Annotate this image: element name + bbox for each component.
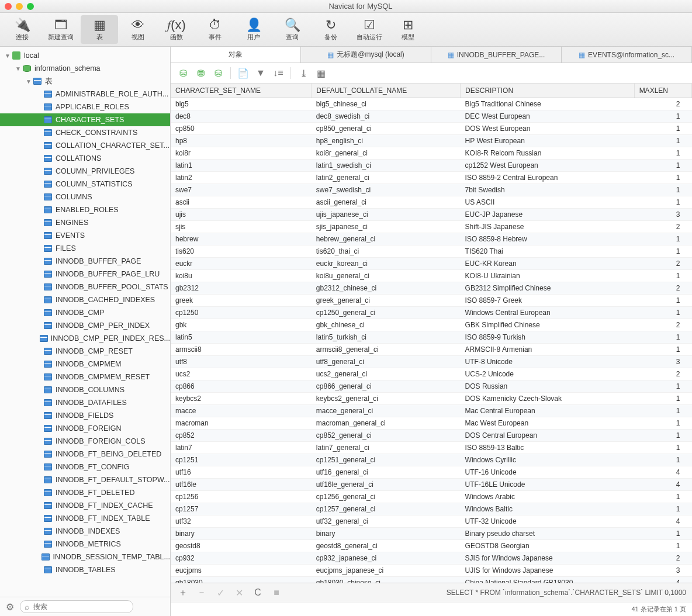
cell[interactable]: ISO 8859-13 Baltic [461,442,635,454]
cell[interactable]: ucs2 [171,368,312,380]
table-row[interactable]: utf8utf8_general_ciUTF-8 Unicode3 [171,356,692,368]
cell[interactable]: tis620 [171,245,312,258]
cell[interactable]: 4 [634,479,691,491]
delete-row-icon[interactable]: － [195,586,208,599]
cell[interactable]: 7bit Swedish [461,184,635,196]
cell[interactable]: tis620_thai_ci [312,245,461,258]
cell[interactable]: gb18030_chinese_ci [312,577,461,583]
cell[interactable]: cp932 [171,552,312,565]
cell[interactable]: hp8_english_ci [312,135,461,147]
cell[interactable]: ucs2_general_ci [312,368,461,380]
cell[interactable]: hp8 [171,135,312,147]
cell[interactable]: cp1250 [171,307,312,319]
cell[interactable]: 2 [634,98,691,110]
cell[interactable]: ascii_general_ci [312,196,461,209]
tree-table[interactable]: INNODB_METRICS [0,538,170,551]
tree-table[interactable]: INNODB_FOREIGN_COLS [0,435,170,448]
cell[interactable]: utf16le_general_ci [312,479,461,491]
cell[interactable]: utf8_general_ci [312,356,461,368]
cell[interactable]: cp1257_general_ci [312,503,461,515]
cell[interactable]: cp1256_general_ci [312,491,461,503]
table-row[interactable]: utf32utf32_general_ciUTF-32 Unicode4 [171,515,692,528]
cell[interactable]: 1 [634,417,691,430]
table-row[interactable]: cp932cp932_japanese_ciSJIS for Windows J… [171,552,692,565]
cell[interactable]: cp850_general_ci [312,123,461,135]
cell[interactable]: 3 [634,565,691,577]
table-row[interactable]: swe7swe7_swedish_ci7bit Swedish1 [171,184,692,196]
cell[interactable]: 1 [634,307,691,319]
table-row[interactable]: ujisujis_japanese_ciEUC-JP Japanese3 [171,209,692,221]
tab[interactable]: ▦无标题@mysql (local) [301,47,431,63]
cell[interactable]: 1 [634,491,691,503]
column-header[interactable]: DEFAULT_COLLATE_NAME [312,84,461,98]
cell[interactable]: 1 [634,147,691,160]
table-row[interactable]: tis620tis620_thai_ciTIS620 Thai1 [171,245,692,258]
tree-table[interactable]: INNODB_FT_INDEX_TABLE [0,512,170,525]
cell[interactable]: cp1257 [171,503,312,515]
tree-table[interactable]: ADMINISTRABLE_ROLE_AUTH... [0,88,170,101]
tree-table[interactable]: INNODB_CMP_PER_INDEX [0,319,170,332]
table-row[interactable]: cp1257cp1257_general_ciWindows Baltic1 [171,503,692,515]
cell[interactable]: latin1 [171,160,312,172]
object-tree[interactable]: ▼local▼information_schema▼表ADMINISTRABLE… [0,47,170,597]
cell[interactable]: macce [171,405,312,417]
cell[interactable]: armscii8 [171,344,312,356]
table-row[interactable]: big5big5_chinese_ciBig5 Traditional Chin… [171,98,692,110]
table-row[interactable]: latin7latin7_general_ciISO 8859-13 Balti… [171,442,692,454]
cell[interactable]: 1 [634,123,691,135]
cell[interactable]: TIS620 Thai [461,245,635,258]
cell[interactable]: 1 [634,540,691,552]
cell[interactable]: ISO 8859-8 Hebrew [461,233,635,245]
cell[interactable]: DOS Kamenicky Czech-Slovak [461,393,635,405]
cell[interactable]: ujis_japanese_ci [312,209,461,221]
cell[interactable]: 1 [634,528,691,540]
tree-table[interactable]: INNODB_CMP [0,306,170,319]
cell[interactable]: geostd8 [171,540,312,552]
tree-table[interactable]: INNODB_FIELDS [0,409,170,422]
cell[interactable]: China National Standard GB18030 [461,577,635,583]
table-row[interactable]: maccemacce_general_ciMac Central Europea… [171,405,692,417]
toolbar-模型[interactable]: ⊞模型 [389,15,427,44]
refresh-icon[interactable]: C [251,586,264,599]
cell[interactable]: utf16_general_ci [312,466,461,479]
tree-table[interactable]: INNODB_FT_DEFAULT_STOPW... [0,473,170,486]
import-icon[interactable]: 📄 [237,67,250,79]
cell[interactable]: binary [171,528,312,540]
cell[interactable]: gb2312 [171,282,312,295]
cell[interactable]: 4 [634,466,691,479]
cell[interactable]: cp932_japanese_ci [312,552,461,565]
tree-table[interactable]: INNODB_FT_INDEX_CACHE [0,499,170,512]
cell[interactable]: koi8r_general_ci [312,147,461,160]
cell[interactable]: EUC-KR Korean [461,258,635,270]
table-row[interactable]: macromanmacroman_general_ciMac West Euro… [171,417,692,430]
tree-table[interactable]: CHECK_CONSTRAINTS [0,126,170,139]
cell[interactable]: KOI8-R Relcom Russian [461,147,635,160]
tree-table[interactable]: COLUMN_STATISTICS [0,178,170,191]
cell[interactable]: swe7 [171,184,312,196]
tab[interactable]: ▦INNODB_BUFFER_PAGE... [431,47,562,63]
cell[interactable]: 1 [634,393,691,405]
cell[interactable]: macce_general_ci [312,405,461,417]
cell[interactable]: 1 [634,454,691,466]
cell[interactable]: gbk_chinese_ci [312,319,461,331]
cell[interactable]: 1 [634,160,691,172]
column-header[interactable]: DESCRIPTION [461,84,635,98]
cell[interactable]: GEOSTD8 Georgian [461,540,635,552]
cell[interactable]: cp1256 [171,491,312,503]
table-row[interactable]: utf16utf16_general_ciUTF-16 Unicode4 [171,466,692,479]
cell[interactable]: swe7_swedish_ci [312,184,461,196]
cell[interactable]: 2 [634,319,691,331]
cell[interactable]: gb2312_chinese_ci [312,282,461,295]
new-table-icon[interactable]: ⛁ [212,67,224,79]
cell[interactable]: macroman [171,417,312,430]
cell[interactable]: 4 [634,577,691,583]
table-row[interactable]: cp852cp852_general_ciDOS Central Europea… [171,430,692,442]
cell[interactable]: Windows Arabic [461,491,635,503]
cell[interactable]: ascii [171,196,312,209]
cell[interactable]: greek [171,295,312,307]
cell[interactable]: SJIS for Windows Japanese [461,552,635,565]
cell[interactable]: utf16 [171,466,312,479]
column-header[interactable]: MAXLEN [634,84,691,98]
cell[interactable]: 1 [634,344,691,356]
toolbar-表[interactable]: ▦表 [81,15,118,44]
